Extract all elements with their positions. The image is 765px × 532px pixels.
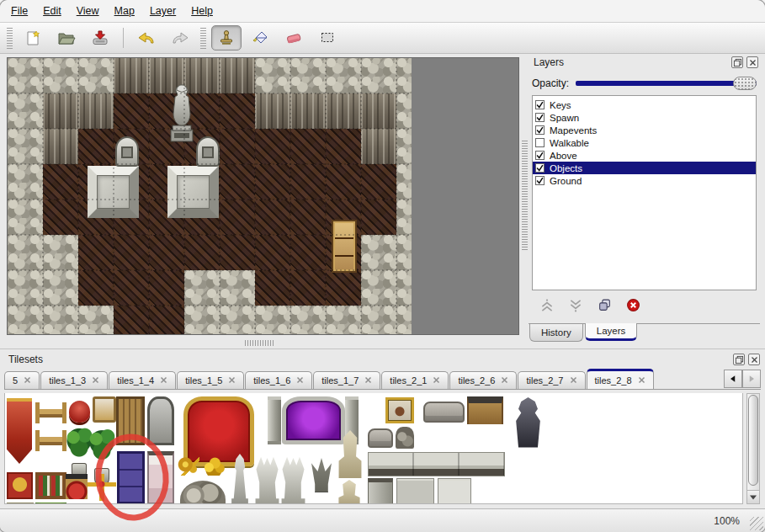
scrollbar-thumb[interactable] — [748, 395, 758, 486]
tile-purple-throne[interactable] — [282, 396, 345, 444]
vertical-splitter[interactable] — [520, 54, 529, 337]
tileset-tab-tiles_1_3[interactable]: tiles_1_3 — [40, 371, 108, 389]
tile-gold-pile[interactable] — [202, 455, 226, 476]
scroll-tabs-left-button[interactable] — [724, 370, 742, 388]
tile-red-wheel[interactable] — [66, 474, 88, 499]
tile-stone-block[interactable] — [396, 478, 434, 504]
tileset-tab-tiles_1_7[interactable]: tiles_1_7 — [313, 371, 380, 389]
menu-item-file[interactable]: File — [3, 3, 35, 19]
layer-row-objects[interactable]: Objects — [533, 162, 756, 174]
redo-button[interactable] — [165, 25, 195, 51]
save-button[interactable] — [85, 25, 115, 51]
menu-item-edit[interactable]: Edit — [35, 3, 69, 19]
close-tab-icon[interactable] — [24, 375, 31, 386]
tile-debris-pile[interactable] — [396, 427, 414, 449]
layer-visibility-checkbox[interactable] — [535, 138, 545, 147]
tileset-tab-tiles_1_6[interactable]: tiles_1_6 — [245, 371, 312, 389]
toolbar-grip[interactable] — [7, 27, 13, 49]
tile-stone-ledge[interactable] — [368, 452, 505, 476]
undock-panel-button[interactable] — [733, 354, 745, 365]
menu-item-layer[interactable]: Layer — [142, 3, 183, 19]
tile-angel-statue[interactable] — [280, 454, 306, 504]
raise-layer-button[interactable] — [537, 296, 557, 317]
tile-stone-column[interactable] — [368, 478, 393, 504]
tileset-tab-tiles_2_6[interactable]: tiles_2_6 — [449, 371, 517, 389]
close-tab-icon[interactable] — [364, 375, 372, 386]
menu-item-help[interactable]: Help — [183, 3, 220, 19]
tile-weapon-rack[interactable] — [35, 402, 66, 423]
tile-rock-pile[interactable] — [180, 481, 226, 504]
tile-pedestal[interactable] — [337, 480, 362, 504]
tile-king-portrait[interactable] — [385, 397, 414, 423]
layer-visibility-checkbox[interactable] — [535, 163, 545, 173]
new-file-button[interactable] — [18, 25, 48, 51]
layer-visibility-checkbox[interactable] — [535, 176, 545, 185]
horizontal-splitter[interactable] — [0, 337, 520, 348]
close-panel-button[interactable] — [746, 56, 758, 68]
close-tab-icon[interactable] — [228, 375, 236, 386]
layer-visibility-checkbox[interactable] — [535, 151, 545, 160]
undock-panel-button[interactable] — [731, 56, 743, 68]
menu-item-map[interactable]: Map — [107, 3, 142, 19]
tile-green-banner[interactable] — [35, 503, 66, 504]
tile-wooden-door[interactable] — [116, 396, 145, 445]
tileset-tab-tiles_2_8[interactable]: tiles_2_8 — [587, 369, 654, 390]
select-tool-button[interactable] — [312, 25, 343, 51]
opacity-slider-handle[interactable] — [733, 77, 757, 90]
close-tab-icon[interactable] — [296, 375, 304, 386]
tile-angel-statue[interactable] — [254, 454, 280, 504]
close-tab-icon[interactable] — [501, 375, 508, 386]
tile-stone-gate[interactable] — [147, 396, 174, 445]
tile-knight-armor[interactable] — [511, 397, 545, 450]
close-tab-icon[interactable] — [570, 375, 577, 386]
layer-row-ground[interactable]: Ground — [533, 174, 756, 187]
map-canvas[interactable] — [7, 57, 519, 335]
tile-parchment[interactable] — [7, 503, 34, 504]
close-tab-icon[interactable] — [160, 375, 167, 386]
tile-gray-couch[interactable] — [368, 428, 393, 448]
tile-bed[interactable] — [147, 451, 174, 504]
tileset-tab-tiles_1_5[interactable]: tiles_1_5 — [177, 371, 244, 389]
layer-visibility-checkbox[interactable] — [535, 125, 545, 135]
tab-history[interactable]: History — [529, 324, 583, 342]
tileset-tab-tiles_2_7[interactable]: tiles_2_7 — [518, 371, 585, 389]
tile-stone-pillar[interactable] — [268, 396, 281, 444]
menu-item-view[interactable]: View — [69, 3, 107, 19]
scroll-tabs-right-button[interactable] — [742, 370, 761, 388]
scroll-down-button[interactable] — [747, 490, 759, 503]
resize-grip-icon[interactable] — [750, 517, 763, 530]
layer-row-mapevents[interactable]: Mapevents — [533, 124, 756, 136]
tile-emblem-banner[interactable] — [7, 472, 33, 499]
layer-visibility-checkbox[interactable] — [535, 100, 545, 109]
tile-gray-couch[interactable] — [423, 402, 465, 423]
tile-mirror-dresser[interactable] — [93, 396, 116, 423]
tile-gold-cross[interactable] — [88, 474, 116, 501]
tab-layers[interactable]: Layers — [585, 323, 638, 341]
stamp-tool-button[interactable] — [211, 25, 242, 51]
lower-layer-button[interactable] — [566, 296, 586, 317]
tileset-tab-tiles_2_1[interactable]: tiles_2_1 — [381, 371, 449, 389]
fill-tool-button[interactable] — [245, 25, 275, 51]
tile-gargoyle-statue[interactable] — [309, 454, 334, 504]
close-tab-icon[interactable] — [433, 375, 440, 386]
tile-purple-door[interactable] — [117, 451, 145, 504]
tileset-tab-5[interactable]: 5 — [4, 371, 40, 389]
duplicate-layer-button[interactable] — [594, 296, 614, 317]
tile-red-cushion[interactable] — [69, 401, 90, 423]
tileset-scrollbar[interactable] — [746, 393, 760, 504]
layer-row-above[interactable]: Above — [533, 149, 756, 162]
layer-row-keys[interactable]: Keys — [533, 98, 756, 111]
opacity-slider[interactable] — [576, 77, 757, 90]
layer-row-spawn[interactable]: Spawn — [533, 111, 756, 124]
close-tab-icon[interactable] — [92, 375, 99, 386]
tile-wood-bench[interactable] — [467, 396, 503, 424]
tileset-content[interactable] — [4, 393, 743, 504]
tile-bookshelf[interactable] — [35, 472, 66, 499]
tile-stone-block[interactable] — [438, 478, 471, 504]
eraser-tool-button[interactable] — [279, 25, 309, 51]
layer-visibility-checkbox[interactable] — [535, 113, 545, 122]
tile-red-banner[interactable] — [7, 398, 32, 464]
tile-weapon-rack[interactable] — [35, 430, 66, 451]
toolbar-grip[interactable] — [200, 27, 206, 49]
tile-gold-key[interactable] — [177, 455, 199, 476]
